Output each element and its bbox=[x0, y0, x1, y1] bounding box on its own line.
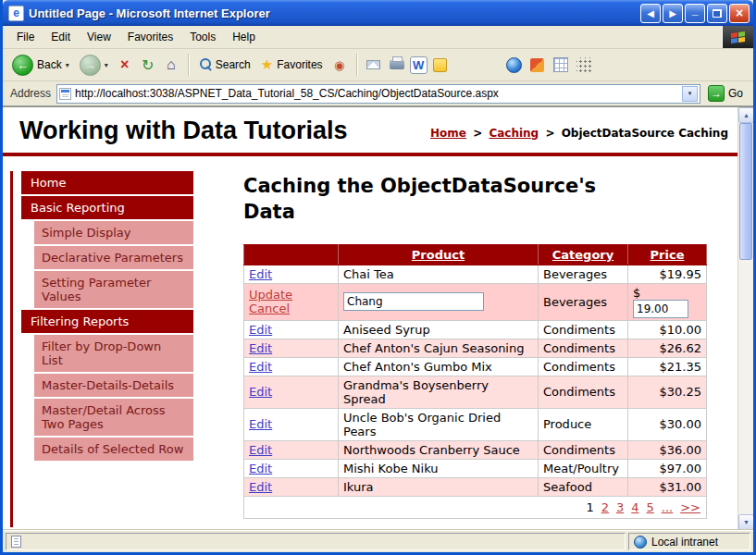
edit-link[interactable]: Edit bbox=[249, 462, 272, 475]
address-label: Address bbox=[10, 87, 51, 100]
menu-item[interactable]: Edit bbox=[43, 27, 79, 47]
sidebar-item[interactable]: Setting Parameter Values bbox=[34, 271, 193, 308]
edit-link[interactable]: Edit bbox=[249, 443, 272, 457]
restore-button[interactable] bbox=[707, 4, 727, 23]
menu-item[interactable]: File bbox=[8, 27, 43, 47]
address-input[interactable] bbox=[75, 87, 678, 100]
window-nav-left-button[interactable]: ◀ bbox=[640, 4, 661, 23]
edit-link[interactable]: Edit bbox=[249, 323, 272, 337]
research-button[interactable] bbox=[527, 55, 548, 75]
refresh-button[interactable]: ↻ bbox=[138, 55, 158, 75]
edit-link[interactable]: Edit bbox=[249, 341, 272, 355]
sidebar-item-label: Home bbox=[31, 176, 66, 190]
grid-dots-button[interactable] bbox=[574, 55, 594, 75]
sidebar-item[interactable]: Simple Display bbox=[34, 221, 193, 244]
sidebar-item[interactable]: Declarative Parameters bbox=[34, 246, 193, 269]
messenger-icon bbox=[433, 58, 447, 72]
edit-link[interactable]: Edit bbox=[249, 385, 272, 399]
vertical-scrollbar[interactable]: ▲ ▼ bbox=[737, 107, 753, 530]
pager-link[interactable]: >> bbox=[680, 500, 700, 514]
favorites-button[interactable]: ★ Favorites bbox=[257, 55, 327, 75]
minimize-button[interactable]: _ bbox=[685, 4, 705, 23]
sidebar-item-label: Filter by Drop-Down List bbox=[42, 339, 161, 367]
edit-link[interactable]: Edit bbox=[249, 417, 272, 431]
grid-header-cell: Product bbox=[339, 244, 539, 265]
back-dropdown-icon[interactable]: ▾ bbox=[66, 61, 69, 69]
close-button[interactable]: × bbox=[729, 4, 750, 23]
update-link[interactable]: Update bbox=[249, 288, 292, 302]
scroll-up-button[interactable]: ▲ bbox=[738, 107, 753, 123]
action-cell: Edit bbox=[244, 357, 339, 376]
product-cell: Mishi Kobe Niku bbox=[339, 459, 539, 477]
category-cell: Seafood bbox=[539, 477, 628, 496]
sidebar-item[interactable]: Filter by Drop-Down List bbox=[34, 335, 193, 372]
edit-link[interactable]: Edit bbox=[249, 267, 272, 281]
menu-item[interactable]: Favorites bbox=[119, 27, 181, 47]
menu-item[interactable]: View bbox=[79, 27, 119, 47]
breadcrumb-current: ObjectDataSource Caching bbox=[562, 127, 728, 140]
restore-icon bbox=[713, 9, 722, 18]
mail-icon bbox=[366, 60, 380, 69]
body-row: Home Basic Reporting Simple Display Decl… bbox=[3, 156, 737, 527]
search-button[interactable]: Search bbox=[195, 56, 254, 73]
edit-link[interactable]: Edit bbox=[249, 360, 272, 374]
pager-link[interactable]: 2 bbox=[601, 500, 609, 514]
media-button[interactable]: ◉ bbox=[329, 55, 350, 75]
menu-item[interactable]: Help bbox=[224, 27, 264, 47]
breadcrumb-home-link[interactable]: Home bbox=[430, 127, 466, 140]
breadcrumb-caching-link[interactable]: Caching bbox=[489, 127, 539, 140]
product-input[interactable] bbox=[343, 292, 484, 311]
scroll-down-button[interactable]: ▼ bbox=[738, 514, 753, 530]
sidebar-item-label: Simple Display bbox=[42, 226, 130, 240]
address-dropdown-icon[interactable]: ▾ bbox=[682, 86, 698, 102]
product-name: Chef Anton's Cajun Seasoning bbox=[343, 341, 524, 355]
sidebar-item[interactable]: Details of Selected Row bbox=[34, 438, 193, 461]
scrollbar-thumb[interactable] bbox=[739, 123, 752, 260]
browser-viewport: Working with Data Tutorials Home > Cachi… bbox=[3, 106, 753, 530]
column-header-link[interactable]: Product bbox=[412, 248, 465, 262]
back-button[interactable]: ← Back ▾ bbox=[8, 53, 73, 78]
price-input[interactable] bbox=[633, 300, 688, 318]
mail-button[interactable] bbox=[364, 55, 384, 75]
calculator-button[interactable] bbox=[551, 55, 571, 75]
edit-link[interactable]: Edit bbox=[249, 480, 272, 494]
globe-button[interactable] bbox=[504, 55, 525, 75]
pager-link[interactable]: ... bbox=[662, 500, 673, 514]
sidebar-item[interactable]: Master-Details-Details bbox=[34, 374, 193, 397]
grid-header-cell: Price bbox=[628, 244, 707, 265]
price-value: $31.00 bbox=[660, 480, 702, 494]
go-button[interactable]: → Go bbox=[706, 85, 749, 102]
forward-button[interactable]: → ▾ bbox=[76, 53, 112, 78]
scrollbar-track[interactable] bbox=[738, 123, 753, 514]
grid-header-row: Product Category Price bbox=[244, 244, 707, 265]
category-cell: Condiments bbox=[539, 339, 628, 357]
column-header-link[interactable]: Price bbox=[651, 248, 685, 262]
menu-item[interactable]: Tools bbox=[181, 27, 224, 47]
sidebar-item[interactable]: Basic Reporting bbox=[21, 196, 193, 219]
price-value: $30.00 bbox=[660, 417, 702, 431]
home-button[interactable]: ⌂ bbox=[161, 55, 181, 75]
forward-dropdown-icon[interactable]: ▾ bbox=[105, 61, 108, 69]
messenger-button[interactable] bbox=[430, 55, 451, 75]
sidebar-item[interactable]: Master/Detail Across Two Pages bbox=[34, 399, 193, 436]
print-button[interactable] bbox=[387, 55, 407, 75]
edit-with-word-button[interactable]: W bbox=[410, 56, 428, 74]
stop-button[interactable]: × bbox=[115, 55, 135, 75]
window-nav-right-button[interactable]: ▶ bbox=[663, 4, 683, 23]
price-cell: $30.25 bbox=[628, 376, 707, 408]
calculator-icon bbox=[553, 57, 568, 72]
product-cell: Uncle Bob's Organic Dried Pears bbox=[339, 408, 539, 440]
sidebar-item[interactable]: Filtering Reports bbox=[21, 310, 193, 333]
pager-link[interactable]: 5 bbox=[647, 500, 654, 514]
price-value: $10.00 bbox=[660, 323, 702, 337]
price-cell: $ bbox=[628, 283, 707, 320]
pager-link[interactable]: 3 bbox=[616, 500, 624, 514]
cancel-link[interactable]: Cancel bbox=[249, 302, 290, 315]
product-cell: Chef Anton's Cajun Seasoning bbox=[339, 339, 539, 357]
column-header-link[interactable]: Category bbox=[552, 248, 613, 262]
table-row: Edit Chef Anton's Cajun Seasoning Condim… bbox=[244, 339, 707, 357]
pager-link[interactable]: 4 bbox=[631, 500, 638, 514]
table-row: Edit Ikura Seafood bbox=[244, 477, 707, 496]
sidebar-item[interactable]: Home bbox=[21, 171, 193, 194]
address-bar: Address ▾ → Go bbox=[3, 81, 753, 106]
